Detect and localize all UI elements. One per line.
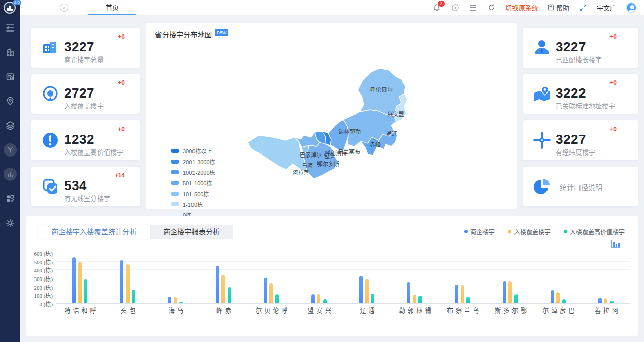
stat-label: 已关联标准地址楼宇 <box>556 101 615 110</box>
bar-入楼覆盖高价值楼宇-乌兰察布[interactable] <box>466 297 470 303</box>
chart-legend-item[interactable]: 入楼覆盖高价值楼宇 <box>564 227 625 236</box>
tab-home[interactable]: 首页 <box>88 0 136 15</box>
help-button[interactable]: 帮助 <box>548 3 569 12</box>
map-legend-item[interactable]: 501-1000栋 <box>171 179 215 187</box>
stat-card-wireless-buildings[interactable]: +14 534 有无线室分楼宇 <box>31 167 140 206</box>
guide-play-icon[interactable] <box>450 3 460 12</box>
tab-coverage-analysis[interactable]: 商企楼宇入楼覆盖统计分析 <box>38 225 150 239</box>
new-badge: new <box>215 29 228 36</box>
bar-商企楼宇-乌兰察布[interactable] <box>455 285 458 303</box>
notification-bell-icon[interactable]: 2 <box>432 3 441 12</box>
refresh-icon[interactable] <box>487 3 496 12</box>
chart-legend-item[interactable]: 商企楼宇 <box>464 227 495 236</box>
map-legend-item[interactable]: 1001-2000栋 <box>171 168 215 176</box>
stat-label: 入楼覆盖楼宇 <box>64 101 104 110</box>
bar-商企楼宇-阿拉善[interactable] <box>598 298 602 303</box>
x-axis-category: 鄂尔多斯 <box>493 307 528 315</box>
bar-入楼覆盖楼宇-乌兰察布[interactable] <box>461 285 464 303</box>
bar-入楼覆盖高价值楼宇-呼和浩特[interactable] <box>84 279 87 303</box>
collapse-menu-icon[interactable] <box>4 21 17 35</box>
bar-入楼覆盖楼宇-巴彦淖尔[interactable] <box>556 292 560 303</box>
bar-商企楼宇-乌海[interactable] <box>168 297 171 303</box>
menu-hamburger-icon[interactable] <box>469 3 478 12</box>
stat-value: 534 <box>64 178 87 194</box>
bar-入楼覆盖高价值楼宇-阿拉善[interactable] <box>610 301 614 303</box>
analysis-tabs: 商企楼宇入楼覆盖统计分析 商企楼宇报表分析 <box>38 225 233 239</box>
stat-card-matched-manager[interactable]: +0 3227 已匹配楼长楼宇 <box>523 28 638 68</box>
bar-入楼覆盖楼宇-阿拉善[interactable] <box>604 298 607 303</box>
gridline <box>56 261 630 262</box>
buildings-icon <box>41 38 60 57</box>
bar-入楼覆盖楼宇-呼伦贝尔[interactable] <box>269 283 273 303</box>
sidebar-item-document-settings[interactable] <box>4 70 17 83</box>
map-region-ulanqab[interactable] <box>328 120 348 151</box>
bar-chart-plot: 0 (栋)100 (栋)200 (栋)300 (栋)400 (栋)500 (栋)… <box>56 253 630 303</box>
stat-card-standard-address[interactable]: +0 3222 已关联标准地址楼宇 <box>523 74 638 114</box>
bar-入楼覆盖楼宇-包头[interactable] <box>126 264 130 303</box>
bar-入楼覆盖高价值楼宇-乌海[interactable] <box>179 302 183 303</box>
bar-商企楼宇-呼和浩特[interactable] <box>72 257 76 303</box>
avatar[interactable] <box>626 2 637 13</box>
stat-value: 3227 <box>556 39 586 55</box>
map-legend-item[interactable]: 3000栋以上 <box>171 147 215 155</box>
fullscreen-icon[interactable] <box>578 3 588 12</box>
stat-card-geolocated[interactable]: +0 3227 有经纬度楼宇 <box>523 120 638 160</box>
username[interactable]: 宇文广 <box>597 3 617 12</box>
chart-legend: 商企楼宇 入楼覆盖楼宇 入楼覆盖高价值楼宇 <box>464 227 625 236</box>
bar-入楼覆盖楼宇-通辽[interactable] <box>365 279 369 303</box>
bar-入楼覆盖高价值楼宇-巴彦淖尔[interactable] <box>562 299 566 303</box>
chart-legend-item[interactable]: 入楼覆盖楼宇 <box>508 227 551 236</box>
sidebar-item-branch[interactable] <box>4 143 17 157</box>
sidebar-item-statistics[interactable] <box>4 168 17 181</box>
stat-card-coverage-buildings[interactable]: +0 2727 入楼覆盖楼宇 <box>31 74 140 114</box>
bar-入楼覆盖楼宇-乌海[interactable] <box>174 297 177 303</box>
help-book-icon <box>548 4 554 11</box>
stat-card-total-buildings[interactable]: +0 3227 商企楼宇总量 <box>31 28 140 68</box>
back-icon[interactable]: ‹ <box>60 4 68 12</box>
bar-入楼覆盖高价值楼宇-通辽[interactable] <box>371 294 374 303</box>
sidebar-item-grid-check[interactable] <box>4 192 17 205</box>
switch-system-link[interactable]: 切换原系统 <box>505 3 538 12</box>
stat-value: 3227 <box>556 132 586 147</box>
stat-card-statistics-caliber[interactable]: 统计口径说明 <box>523 167 638 206</box>
x-axis-category: 乌兰察布 <box>445 307 479 315</box>
stat-value: 1232 <box>64 132 94 147</box>
version-badge: 2.0 <box>13 0 21 5</box>
bar-入楼覆盖高价值楼宇-呼伦贝尔[interactable] <box>275 294 279 303</box>
bar-入楼覆盖楼宇-锡林郭勒[interactable] <box>413 295 416 303</box>
sidebar-item-building[interactable] <box>4 46 17 59</box>
map-legend-item[interactable]: 1-100栋 <box>171 200 215 208</box>
map-legend-item[interactable]: 2001-3000栋 <box>171 158 215 166</box>
alert-circle-icon <box>41 131 60 150</box>
bar-商企楼宇-呼伦贝尔[interactable] <box>264 278 267 303</box>
bar-入楼覆盖楼宇-呼和浩特[interactable] <box>78 262 82 303</box>
bar-商企楼宇-兴安盟[interactable] <box>311 294 315 303</box>
y-axis-tick: 500 (栋) <box>22 258 53 266</box>
y-axis-tick: 100 (栋) <box>22 291 53 299</box>
bar-商企楼宇-通辽[interactable] <box>359 276 363 303</box>
legend-swatch <box>171 149 179 153</box>
sidebar-item-settings[interactable] <box>4 216 17 230</box>
bar-入楼覆盖楼宇-兴安盟[interactable] <box>317 294 320 303</box>
bar-商企楼宇-巴彦淖尔[interactable] <box>551 290 554 303</box>
bar-入楼覆盖高价值楼宇-鄂尔多斯[interactable] <box>514 294 518 303</box>
map-legend-item[interactable]: 101-500栋 <box>171 190 215 198</box>
app-logo[interactable]: 2.0 <box>0 0 20 15</box>
sidebar-item-layers[interactable] <box>4 119 17 132</box>
bar-商企楼宇-赤峰[interactable] <box>216 266 219 303</box>
bar-入楼覆盖楼宇-鄂尔多斯[interactable] <box>508 281 512 303</box>
tab-report-analysis[interactable]: 商企楼宇报表分析 <box>150 225 233 239</box>
bar-入楼覆盖高价值楼宇-锡林郭勒[interactable] <box>418 296 422 303</box>
chart-toolbox-bar-icon[interactable] <box>610 239 621 248</box>
bar-商企楼宇-鄂尔多斯[interactable] <box>503 281 506 303</box>
map-legend: 3000栋以上 2001-3000栋 1001-2000栋 501-1000栋 … <box>171 147 215 219</box>
bar-入楼覆盖楼宇-赤峰[interactable] <box>221 275 225 303</box>
stat-label: 统计口径说明 <box>560 182 602 192</box>
bar-商企楼宇-包头[interactable] <box>120 260 123 303</box>
bar-入楼覆盖高价值楼宇-赤峰[interactable] <box>228 287 231 303</box>
sidebar-item-location[interactable] <box>4 95 17 108</box>
stat-card-high-value-buildings[interactable]: +0 1232 入楼覆盖高价值楼宇 <box>31 120 140 160</box>
bar-入楼覆盖高价值楼宇-兴安盟[interactable] <box>323 299 327 303</box>
bar-入楼覆盖高价值楼宇-包头[interactable] <box>132 290 135 303</box>
bar-商企楼宇-锡林郭勒[interactable] <box>407 282 410 303</box>
